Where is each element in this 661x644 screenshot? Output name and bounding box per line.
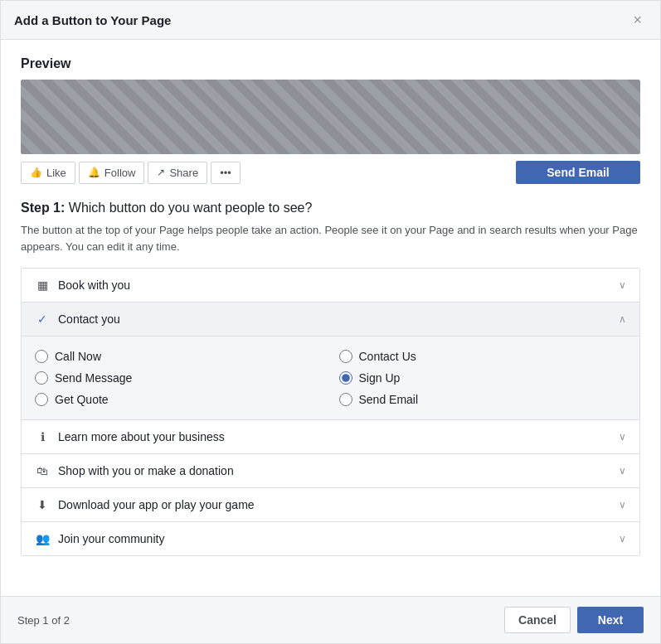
follow-label: Follow: [104, 167, 136, 179]
learn-chevron-icon: ∨: [619, 431, 626, 443]
learn-label: Learn more about your business: [58, 430, 225, 443]
accordion-header-community[interactable]: 👥 Join your community ∨: [22, 522, 639, 555]
preview-section: Preview 👍 Like 🔔 Follow ↗ Share •••: [21, 56, 640, 184]
footer-buttons: Cancel Next: [504, 607, 644, 633]
check-icon: ✓: [35, 312, 50, 326]
close-button[interactable]: ×: [628, 11, 647, 29]
share-label: Share: [169, 167, 198, 179]
accordion-item-download: ⬇ Download your app or play your game ∨: [22, 488, 639, 522]
download-chevron-icon: ∨: [619, 499, 626, 511]
radio-option-send-message[interactable]: Send Message: [35, 371, 323, 385]
like-button[interactable]: 👍 Like: [21, 162, 75, 184]
book-chevron-icon: ∨: [619, 279, 626, 291]
step-question: Which button do you want people to see?: [65, 201, 312, 215]
dialog-body: Preview 👍 Like 🔔 Follow ↗ Share •••: [1, 40, 660, 596]
share-icon: ↗: [157, 167, 165, 178]
call-now-label: Call Now: [55, 350, 101, 363]
contact-radio-grid: Call Now Contact Us Send Message Si: [35, 350, 626, 406]
step-title: Step 1: Which button do you want people …: [21, 201, 640, 215]
follow-button[interactable]: 🔔 Follow: [79, 162, 145, 184]
download-icon: ⬇: [35, 498, 50, 511]
community-chevron-icon: ∨: [619, 533, 626, 545]
accordion-item-shop: 🛍 Shop with you or make a donation ∨: [22, 454, 639, 488]
send-email-label: Send Email: [359, 393, 419, 406]
accordion-header-shop[interactable]: 🛍 Shop with you or make a donation ∨: [22, 454, 639, 487]
more-label: •••: [220, 167, 231, 179]
shop-icon: 🛍: [35, 464, 50, 477]
book-icon: ▦: [35, 278, 50, 292]
follow-icon: 🔔: [88, 167, 100, 178]
radio-call-now[interactable]: [35, 350, 48, 363]
step-number: Step 1:: [21, 201, 65, 215]
get-quote-label: Get Quote: [55, 393, 109, 406]
contact-chevron-icon: ∧: [619, 313, 626, 325]
page-actions-bar: 👍 Like 🔔 Follow ↗ Share ••• Send Email: [21, 161, 640, 184]
book-label: Book with you: [58, 278, 130, 292]
accordion-header-contact[interactable]: ✓ Contact you ∧: [22, 303, 639, 336]
accordion-item-book: ▦ Book with you ∨: [22, 269, 639, 303]
add-button-dialog: Add a Button to Your Page × Preview 👍 Li…: [0, 0, 661, 644]
radio-option-get-quote[interactable]: Get Quote: [35, 393, 323, 406]
radio-option-send-email[interactable]: Send Email: [339, 393, 627, 406]
step-description: The button at the top of your Page helps…: [21, 222, 640, 254]
accordion-item-contact: ✓ Contact you ∧ Call Now Contact Us: [22, 303, 639, 420]
more-button[interactable]: •••: [211, 162, 241, 184]
send-message-label: Send Message: [55, 371, 132, 385]
community-icon: 👥: [35, 532, 50, 545]
accordion-item-learn: ℹ Learn more about your business ∨: [22, 420, 639, 454]
sign-up-label: Sign Up: [359, 371, 401, 385]
preview-label: Preview: [21, 56, 640, 71]
accordion-header-download[interactable]: ⬇ Download your app or play your game ∨: [22, 488, 639, 521]
step-counter: Step 1 of 2: [17, 614, 70, 627]
radio-send-email[interactable]: [339, 393, 352, 406]
community-label: Join your community: [58, 532, 164, 545]
button-type-accordion: ▦ Book with you ∨ ✓ Contact you ∧: [21, 268, 640, 556]
like-icon: 👍: [30, 167, 42, 178]
dialog-title: Add a Button to Your Page: [14, 13, 171, 27]
accordion-header-book[interactable]: ▦ Book with you ∨: [22, 269, 639, 302]
radio-get-quote[interactable]: [35, 393, 48, 406]
radio-option-contact-us[interactable]: Contact Us: [339, 350, 627, 363]
download-label: Download your app or play your game: [58, 498, 255, 511]
preview-banner: [21, 80, 640, 154]
radio-option-call-now[interactable]: Call Now: [35, 350, 323, 363]
dialog-footer: Step 1 of 2 Cancel Next: [1, 596, 660, 643]
contact-label: Contact you: [58, 312, 120, 326]
contact-us-label: Contact Us: [359, 350, 416, 363]
accordion-item-community: 👥 Join your community ∨: [22, 522, 639, 555]
radio-contact-us[interactable]: [339, 350, 352, 363]
share-button[interactable]: ↗ Share: [148, 162, 207, 184]
radio-sign-up[interactable]: [339, 371, 352, 385]
cancel-button[interactable]: Cancel: [504, 607, 571, 633]
info-icon: ℹ: [35, 430, 50, 443]
shop-label: Shop with you or make a donation: [58, 464, 234, 477]
contact-options-panel: Call Now Contact Us Send Message Si: [22, 336, 639, 419]
like-label: Like: [46, 167, 66, 179]
shop-chevron-icon: ∨: [619, 465, 626, 477]
accordion-header-learn[interactable]: ℹ Learn more about your business ∨: [22, 420, 639, 453]
next-button[interactable]: Next: [577, 607, 644, 633]
dialog-header: Add a Button to Your Page ×: [1, 1, 660, 40]
cta-preview-button[interactable]: Send Email: [516, 161, 640, 184]
radio-option-sign-up[interactable]: Sign Up: [339, 371, 627, 385]
radio-send-message[interactable]: [35, 371, 48, 385]
